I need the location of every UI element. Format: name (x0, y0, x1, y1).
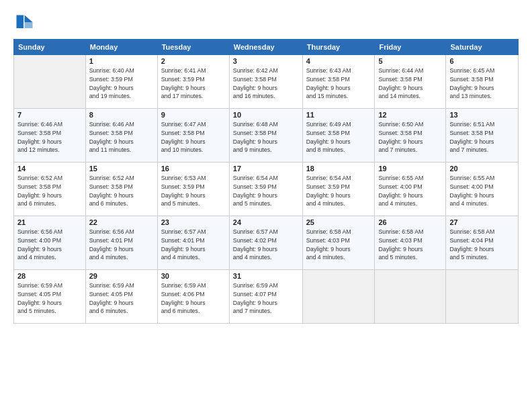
day-number: 16 (161, 165, 226, 173)
svg-marker-0 (25, 15, 33, 23)
day-info: Sunrise: 6:44 AM Sunset: 3:58 PM Dayligh… (378, 66, 442, 101)
day-number: 29 (89, 272, 154, 280)
calendar-cell: 6Sunrise: 6:45 AM Sunset: 3:58 PM Daylig… (446, 55, 519, 109)
day-number: 3 (233, 57, 299, 65)
calendar-cell: 11Sunrise: 6:49 AM Sunset: 3:58 PM Dayli… (302, 109, 375, 163)
calendar-cell (446, 270, 519, 324)
day-info: Sunrise: 6:41 AM Sunset: 3:59 PM Dayligh… (161, 66, 226, 101)
day-number: 21 (17, 218, 82, 226)
calendar-cell: 27Sunrise: 6:58 AM Sunset: 4:04 PM Dayli… (446, 216, 519, 270)
day-info: Sunrise: 6:55 AM Sunset: 4:00 PM Dayligh… (449, 174, 515, 208)
day-info: Sunrise: 6:57 AM Sunset: 4:02 PM Dayligh… (233, 228, 299, 262)
day-number: 17 (233, 165, 299, 173)
calendar-cell: 20Sunrise: 6:55 AM Sunset: 4:00 PM Dayli… (446, 163, 519, 216)
day-info: Sunrise: 6:43 AM Sunset: 3:58 PM Dayligh… (306, 66, 371, 101)
day-number: 14 (17, 165, 82, 173)
day-number: 28 (17, 272, 82, 280)
calendar-cell: 17Sunrise: 6:54 AM Sunset: 3:59 PM Dayli… (229, 163, 302, 216)
day-info: Sunrise: 6:50 AM Sunset: 3:58 PM Dayligh… (378, 120, 442, 154)
day-info: Sunrise: 6:46 AM Sunset: 3:58 PM Dayligh… (89, 120, 154, 154)
weekday-header-wednesday: Wednesday (229, 40, 302, 55)
calendar-cell: 13Sunrise: 6:51 AM Sunset: 3:58 PM Dayli… (446, 109, 519, 163)
calendar-cell: 25Sunrise: 6:58 AM Sunset: 4:03 PM Dayli… (302, 216, 375, 270)
day-number: 13 (449, 111, 515, 119)
day-number: 31 (233, 272, 299, 280)
calendar-cell: 29Sunrise: 6:59 AM Sunset: 4:05 PM Dayli… (85, 270, 157, 324)
svg-marker-1 (25, 22, 33, 28)
calendar-cell: 9Sunrise: 6:47 AM Sunset: 3:58 PM Daylig… (157, 109, 229, 163)
day-number: 25 (306, 218, 371, 226)
day-info: Sunrise: 6:45 AM Sunset: 3:58 PM Dayligh… (449, 66, 515, 101)
weekday-header-thursday: Thursday (302, 40, 375, 55)
day-info: Sunrise: 6:59 AM Sunset: 4:05 PM Dayligh… (17, 281, 82, 316)
day-info: Sunrise: 6:58 AM Sunset: 4:03 PM Dayligh… (306, 228, 371, 262)
day-number: 24 (233, 218, 299, 226)
calendar-cell: 18Sunrise: 6:54 AM Sunset: 3:59 PM Dayli… (302, 163, 375, 216)
calendar-cell: 31Sunrise: 6:59 AM Sunset: 4:07 PM Dayli… (229, 270, 302, 324)
calendar-cell: 14Sunrise: 6:52 AM Sunset: 3:58 PM Dayli… (14, 163, 86, 216)
calendar-week-row: 1Sunrise: 6:40 AM Sunset: 3:59 PM Daylig… (14, 55, 519, 109)
weekday-header-sunday: Sunday (14, 40, 86, 55)
calendar-cell: 3Sunrise: 6:42 AM Sunset: 3:58 PM Daylig… (229, 55, 302, 109)
calendar-cell: 5Sunrise: 6:44 AM Sunset: 3:58 PM Daylig… (375, 55, 446, 109)
day-info: Sunrise: 6:57 AM Sunset: 4:01 PM Dayligh… (161, 228, 226, 262)
day-number: 27 (449, 218, 515, 226)
day-info: Sunrise: 6:55 AM Sunset: 4:00 PM Dayligh… (378, 174, 442, 208)
day-info: Sunrise: 6:52 AM Sunset: 3:58 PM Dayligh… (17, 174, 82, 208)
day-number: 10 (233, 111, 299, 119)
calendar-cell: 10Sunrise: 6:48 AM Sunset: 3:58 PM Dayli… (229, 109, 302, 163)
day-info: Sunrise: 6:49 AM Sunset: 3:58 PM Dayligh… (306, 120, 371, 154)
calendar-cell (14, 55, 86, 109)
calendar-cell: 28Sunrise: 6:59 AM Sunset: 4:05 PM Dayli… (14, 270, 86, 324)
day-number: 26 (378, 218, 442, 226)
calendar-cell: 19Sunrise: 6:55 AM Sunset: 4:00 PM Dayli… (375, 163, 446, 216)
header (13, 12, 519, 32)
day-number: 1 (89, 57, 154, 65)
calendar-table: SundayMondayTuesdayWednesdayThursdayFrid… (13, 39, 519, 324)
day-number: 7 (17, 111, 82, 119)
day-number: 2 (161, 57, 226, 65)
day-number: 12 (378, 111, 442, 119)
logo-icon (13, 12, 34, 32)
calendar-cell: 15Sunrise: 6:52 AM Sunset: 3:58 PM Dayli… (85, 163, 157, 216)
day-info: Sunrise: 6:48 AM Sunset: 3:58 PM Dayligh… (233, 120, 299, 154)
weekday-header-row: SundayMondayTuesdayWednesdayThursdayFrid… (14, 40, 519, 55)
weekday-header-saturday: Saturday (446, 40, 519, 55)
day-info: Sunrise: 6:47 AM Sunset: 3:58 PM Dayligh… (161, 120, 226, 154)
calendar-week-row: 7Sunrise: 6:46 AM Sunset: 3:58 PM Daylig… (14, 109, 519, 163)
day-info: Sunrise: 6:52 AM Sunset: 3:58 PM Dayligh… (89, 174, 154, 208)
logo (13, 12, 36, 32)
day-number: 30 (161, 272, 226, 280)
day-info: Sunrise: 6:53 AM Sunset: 3:59 PM Dayligh… (161, 174, 226, 208)
svg-rect-2 (17, 15, 24, 29)
calendar-cell: 2Sunrise: 6:41 AM Sunset: 3:59 PM Daylig… (157, 55, 229, 109)
day-info: Sunrise: 6:56 AM Sunset: 4:00 PM Dayligh… (17, 228, 82, 262)
day-number: 9 (161, 111, 226, 119)
day-number: 11 (306, 111, 371, 119)
day-info: Sunrise: 6:40 AM Sunset: 3:59 PM Dayligh… (89, 66, 154, 101)
day-info: Sunrise: 6:59 AM Sunset: 4:05 PM Dayligh… (89, 281, 154, 316)
calendar-cell: 1Sunrise: 6:40 AM Sunset: 3:59 PM Daylig… (85, 55, 157, 109)
weekday-header-monday: Monday (85, 40, 157, 55)
calendar-cell: 30Sunrise: 6:59 AM Sunset: 4:06 PM Dayli… (157, 270, 229, 324)
day-info: Sunrise: 6:54 AM Sunset: 3:59 PM Dayligh… (233, 174, 299, 208)
day-number: 15 (89, 165, 154, 173)
day-info: Sunrise: 6:58 AM Sunset: 4:03 PM Dayligh… (378, 228, 442, 262)
day-info: Sunrise: 6:42 AM Sunset: 3:58 PM Dayligh… (233, 66, 299, 101)
day-info: Sunrise: 6:51 AM Sunset: 3:58 PM Dayligh… (449, 120, 515, 154)
calendar-cell: 23Sunrise: 6:57 AM Sunset: 4:01 PM Dayli… (157, 216, 229, 270)
calendar-cell: 22Sunrise: 6:56 AM Sunset: 4:01 PM Dayli… (85, 216, 157, 270)
calendar-week-row: 14Sunrise: 6:52 AM Sunset: 3:58 PM Dayli… (14, 163, 519, 216)
page: SundayMondayTuesdayWednesdayThursdayFrid… (0, 0, 532, 411)
calendar-cell (302, 270, 375, 324)
calendar-cell: 7Sunrise: 6:46 AM Sunset: 3:58 PM Daylig… (14, 109, 86, 163)
day-info: Sunrise: 6:56 AM Sunset: 4:01 PM Dayligh… (89, 228, 154, 262)
day-info: Sunrise: 6:46 AM Sunset: 3:58 PM Dayligh… (17, 120, 82, 154)
day-number: 6 (449, 57, 515, 65)
calendar-week-row: 28Sunrise: 6:59 AM Sunset: 4:05 PM Dayli… (14, 270, 519, 324)
day-info: Sunrise: 6:58 AM Sunset: 4:04 PM Dayligh… (449, 228, 515, 262)
day-number: 22 (89, 218, 154, 226)
day-info: Sunrise: 6:54 AM Sunset: 3:59 PM Dayligh… (306, 174, 371, 208)
day-number: 20 (449, 165, 515, 173)
calendar-cell: 12Sunrise: 6:50 AM Sunset: 3:58 PM Dayli… (375, 109, 446, 163)
